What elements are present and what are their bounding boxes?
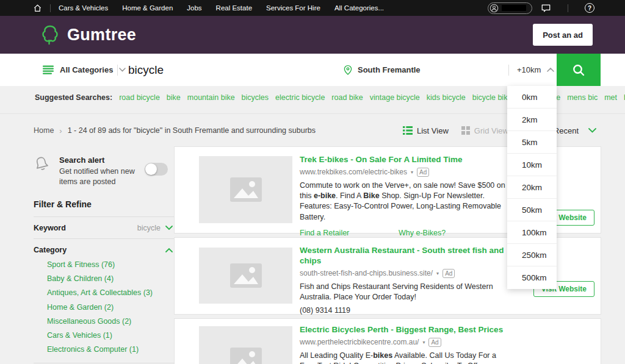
chevron-down-icon <box>165 226 173 230</box>
radius-option-5km[interactable]: 5km <box>507 131 557 154</box>
chevron-up-icon <box>165 248 173 252</box>
nav-item-real-estate[interactable]: Real Estate <box>216 4 252 12</box>
photo-placeholder-icon <box>226 174 266 205</box>
chevron-up-icon <box>547 68 554 72</box>
suggested-link[interactable]: bicycles <box>242 93 269 102</box>
photo-placeholder-icon <box>226 344 266 364</box>
radius-selector[interactable]: +10km <box>517 54 554 86</box>
radius-option-20km[interactable]: 20km <box>507 176 557 199</box>
ad-content: Electric Bicycles Perth - Biggest Range,… <box>300 319 506 364</box>
search-icon <box>571 63 586 77</box>
user-account-menu[interactable] <box>488 2 532 14</box>
toggle-knob <box>145 163 157 175</box>
sort-selector[interactable]: Recent <box>554 123 596 138</box>
category-option-baby-children[interactable]: Baby & Children (4) <box>34 272 174 286</box>
user-name-redacted <box>502 5 526 11</box>
ad-content: Western Australia Restaurant - South str… <box>300 238 506 326</box>
category-option-cars-vehicles[interactable]: Cars & Vehicles (1) <box>34 329 174 343</box>
search-alert-text: Search alert Get notified when new items… <box>59 155 151 190</box>
nav-item-cars-vehicles[interactable]: Cars & Vehicles <box>59 4 108 12</box>
ad-badge: Ad <box>443 269 455 278</box>
photo-placeholder-icon <box>226 260 266 291</box>
ad-phone-number: (08) 9314 1119 <box>300 306 506 315</box>
ad-card: Electric Bicycles Perth - Biggest Range,… <box>174 318 601 364</box>
home-button[interactable] <box>33 4 42 13</box>
suggested-link[interactable]: vintage bicycle <box>370 93 420 102</box>
suggested-link[interactable]: mountain bike <box>187 93 235 102</box>
radius-option-100km[interactable]: 100km <box>507 221 557 244</box>
chevron-down-icon <box>588 128 596 133</box>
keyword-filter-row[interactable]: Keyword bicycle <box>34 217 174 238</box>
radius-option-10km[interactable]: 10km <box>507 154 557 176</box>
nav-item-home-garden[interactable]: Home & Garden <box>122 4 173 12</box>
suggested-link[interactable]: electric bicycle <box>275 93 325 102</box>
suggested-link[interactable]: met <box>604 93 617 102</box>
topbar-links: Cars & Vehicles Home & Garden Jobs Real … <box>59 4 384 12</box>
search-alert-block: Search alert Get notified when new items… <box>34 155 174 190</box>
search-bar: All Categories +10km <box>0 54 625 86</box>
sitelink-title-link[interactable]: Why e-Bikes? <box>399 229 506 237</box>
ad-title-link[interactable]: Electric Bicycles Perth - Biggest Range,… <box>300 325 506 335</box>
topbar-divider <box>50 4 51 12</box>
search-button[interactable] <box>557 54 601 86</box>
list-view-button[interactable]: List View <box>417 126 449 135</box>
location-input[interactable] <box>358 65 492 74</box>
home-icon <box>33 4 42 13</box>
suggested-link[interactable]: kids bicycle <box>427 93 466 102</box>
category-option-home-garden[interactable]: Home & Garden (2) <box>34 301 174 315</box>
url-dropdown-icon[interactable]: ▾ <box>436 271 439 276</box>
ad-url-line: south-street-fish-and-chips.business.sit… <box>300 269 506 278</box>
ad-badge: Ad <box>417 168 429 177</box>
url-dropdown-icon[interactable]: ▾ <box>422 340 425 345</box>
category-option-sport-fitness[interactable]: Sport & Fitness (76) <box>34 258 174 272</box>
messages-icon[interactable] <box>541 4 551 13</box>
ad-description: All Leading Quality E-bikes Available. C… <box>300 351 506 364</box>
suggested-link[interactable]: bicycle bike <box>472 93 512 102</box>
search-alert-title: Search alert <box>59 155 151 165</box>
radius-option-50km[interactable]: 50km <box>507 199 557 221</box>
search-input[interactable] <box>128 54 330 86</box>
location-field[interactable] <box>344 54 492 86</box>
category-option-misc-goods[interactable]: Miscellaneous Goods (2) <box>34 315 174 329</box>
category-option-electronics[interactable]: Electronics & Computer (1) <box>34 343 174 357</box>
radius-option-500km[interactable]: 500km <box>507 266 557 289</box>
suggested-link[interactable]: bike <box>167 93 181 102</box>
user-avatar-icon <box>490 4 499 13</box>
suggested-link[interactable]: road bike <box>331 93 363 102</box>
ad-badge: Ad <box>428 338 441 347</box>
ad-thumbnail[interactable] <box>199 326 292 364</box>
nav-item-all-categories[interactable]: All Categories... <box>334 4 384 12</box>
radius-option-250km[interactable]: 250km <box>507 244 557 266</box>
ad-title-link[interactable]: Western Australia Restaurant - South str… <box>300 246 506 266</box>
help-icon[interactable]: ? <box>585 3 594 13</box>
view-toggle-group: List View Grid View <box>403 123 508 138</box>
ad-thumbnail[interactable] <box>199 156 292 223</box>
suggested-link[interactable]: road bicycle <box>119 93 160 102</box>
category-option-antiques-art[interactable]: Antiques, Art & Collectables (3) <box>34 286 174 300</box>
search-alert-toggle[interactable] <box>145 163 168 176</box>
category-list-icon <box>43 65 54 74</box>
radius-option-2km[interactable]: 2km <box>507 109 557 131</box>
radius-option-0km[interactable]: 0km <box>507 86 557 109</box>
ad-url: www.perthelectricbikecentre.com.au/ <box>300 338 419 346</box>
suggested-link[interactable]: mens bic <box>567 93 598 102</box>
ad-url-line: www.trekbikes.com/electric-bikes ▾ Ad <box>300 168 506 177</box>
gumtree-tree-icon <box>39 24 61 46</box>
category-selector[interactable]: All Categories <box>43 54 126 86</box>
nav-item-jobs[interactable]: Jobs <box>187 4 201 12</box>
post-an-ad-button[interactable]: Post an ad <box>533 24 593 46</box>
gumtree-logo[interactable]: Gumtree <box>39 24 136 46</box>
sitelink-title-link[interactable]: Find a Retailer <box>300 229 399 237</box>
ad-url: south-street-fish-and-chips.business.sit… <box>300 269 433 277</box>
category-filter-list: Sport & Fitness (76) Baby & Children (4)… <box>34 258 174 363</box>
topbar-right: ? <box>488 2 594 14</box>
breadcrumb-home-link[interactable]: Home <box>34 126 54 135</box>
search-alert-subtitle: Get notified when new items are posted <box>59 166 151 187</box>
ad-thumbnail[interactable] <box>199 248 292 304</box>
breadcrumb-separator-icon: › <box>59 126 62 135</box>
category-filter-header[interactable]: Category <box>34 239 174 257</box>
nav-item-services-for-hire[interactable]: Services For Hire <box>266 4 320 12</box>
ad-title-link[interactable]: Trek E-bikes - On Sale For A Limited Tim… <box>300 155 506 165</box>
url-dropdown-icon[interactable]: ▾ <box>411 170 413 175</box>
grid-view-button[interactable]: Grid View <box>474 126 508 135</box>
